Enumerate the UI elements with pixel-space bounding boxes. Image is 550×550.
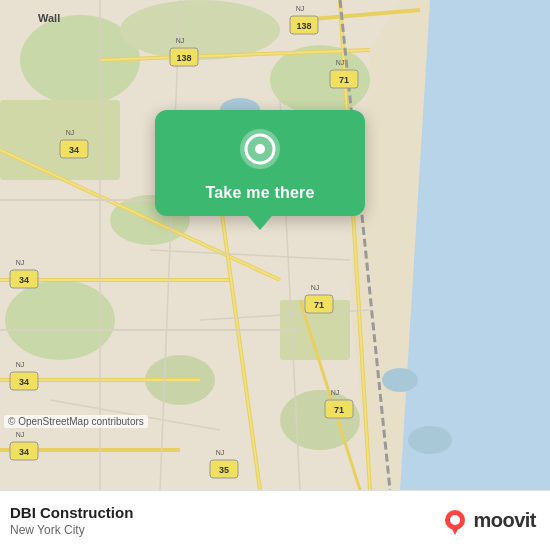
svg-text:NJ: NJ xyxy=(336,59,345,66)
svg-text:NJ: NJ xyxy=(16,431,25,438)
svg-point-16 xyxy=(382,368,418,392)
svg-marker-78 xyxy=(451,527,459,535)
svg-point-6 xyxy=(120,0,280,60)
svg-text:NJ: NJ xyxy=(176,37,185,44)
location-title: DBI Construction xyxy=(10,504,133,521)
svg-text:71: 71 xyxy=(334,405,344,415)
svg-point-10 xyxy=(5,280,115,360)
svg-point-77 xyxy=(450,515,460,525)
svg-text:34: 34 xyxy=(19,275,29,285)
svg-text:71: 71 xyxy=(314,300,324,310)
location-popup[interactable]: Take me there xyxy=(155,110,365,216)
svg-text:34: 34 xyxy=(19,377,29,387)
svg-text:35: 35 xyxy=(219,465,229,475)
svg-point-13 xyxy=(280,390,360,450)
svg-point-75 xyxy=(255,144,265,154)
take-me-there-button[interactable]: Take me there xyxy=(205,184,314,202)
location-info: DBI Construction New York City xyxy=(10,504,133,537)
svg-text:Wall: Wall xyxy=(38,12,60,24)
svg-text:34: 34 xyxy=(19,447,29,457)
moovit-brand-text: moovit xyxy=(473,509,536,532)
svg-text:NJ: NJ xyxy=(16,259,25,266)
location-pin-icon xyxy=(236,128,284,176)
svg-text:NJ: NJ xyxy=(66,129,75,136)
svg-text:138: 138 xyxy=(176,53,191,63)
svg-text:NJ: NJ xyxy=(296,5,305,12)
location-city: New York City xyxy=(10,523,133,537)
bottom-bar: DBI Construction New York City moovit xyxy=(0,490,550,550)
svg-text:138: 138 xyxy=(296,21,311,31)
moovit-pin-icon xyxy=(441,507,469,535)
map-container: 34 NJ 34 NJ 34 NJ 34 NJ 35 NJ 71 NJ 71 N… xyxy=(0,0,550,490)
svg-text:NJ: NJ xyxy=(311,284,320,291)
svg-text:71: 71 xyxy=(339,75,349,85)
svg-rect-8 xyxy=(0,100,120,180)
svg-text:34: 34 xyxy=(69,145,79,155)
svg-text:NJ: NJ xyxy=(16,361,25,368)
moovit-logo: moovit xyxy=(441,507,536,535)
svg-point-17 xyxy=(408,426,452,454)
svg-text:NJ: NJ xyxy=(216,449,225,456)
svg-text:NJ: NJ xyxy=(331,389,340,396)
map-attribution: © OpenStreetMap contributors xyxy=(4,415,148,428)
